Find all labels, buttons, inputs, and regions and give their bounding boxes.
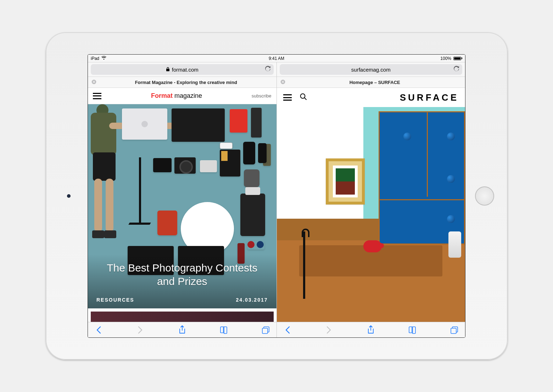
ipad-device-frame: iPad 9:41 AM 100%	[46, 32, 508, 360]
hero-article[interactable]: The Best Photography Contests and Prizes…	[88, 104, 276, 308]
hero-date: 24.03.2017	[236, 297, 268, 303]
tab-title[interactable]: Homepage – SURFACE	[288, 80, 462, 85]
page-content-left[interactable]: Format magazine subscribe	[88, 88, 276, 322]
battery-icon	[453, 57, 462, 60]
forward-icon	[324, 326, 334, 334]
hamburger-icon[interactable]	[283, 94, 292, 101]
front-camera	[67, 194, 71, 198]
address-bar-row: format.com	[88, 62, 276, 77]
brand-word: Format	[151, 92, 173, 99]
device-label: iPad	[91, 56, 99, 61]
tab-bar: Homepage – SURFACE	[277, 77, 465, 88]
page-content-right[interactable]: SURFACE	[277, 88, 465, 322]
status-bar: iPad 9:41 AM 100%	[88, 55, 465, 62]
url-text: format.com	[172, 67, 199, 73]
hero-category: RESOURCES	[96, 297, 134, 303]
close-tab-icon[interactable]	[91, 79, 96, 85]
tabs-icon[interactable]	[261, 326, 271, 334]
bookmarks-icon[interactable]	[219, 326, 229, 334]
tabs-icon[interactable]	[449, 326, 459, 334]
bookmarks-icon[interactable]	[408, 326, 418, 334]
wifi-icon	[101, 56, 106, 61]
back-icon[interactable]	[283, 326, 292, 334]
screen: iPad 9:41 AM 100%	[88, 54, 465, 338]
site-title: Format magazine	[101, 92, 252, 100]
hero-image	[277, 107, 465, 322]
forward-icon	[135, 326, 145, 334]
tab-bar: Format Magazine - Exploring the creative…	[88, 77, 276, 88]
svg-rect-2	[262, 328, 268, 334]
address-bar[interactable]: format.com	[91, 64, 274, 75]
left-pane: format.com Format Magazine - Exploring t…	[88, 62, 276, 337]
next-article-peek[interactable]	[88, 308, 276, 322]
battery-percent: 100%	[440, 56, 451, 61]
share-icon[interactable]	[366, 325, 376, 335]
reload-icon[interactable]	[265, 66, 271, 73]
home-button[interactable]	[475, 186, 494, 206]
bottom-toolbar	[277, 322, 465, 337]
surface-logo[interactable]: SURFACE	[400, 92, 459, 103]
url-text: surfacemag.com	[351, 67, 391, 73]
subscribe-link[interactable]: subscribe	[252, 93, 272, 99]
share-icon[interactable]	[177, 325, 187, 335]
tab-title[interactable]: Format Magazine - Exploring the creative…	[99, 80, 273, 85]
reload-icon[interactable]	[453, 66, 459, 73]
safari-split-view: format.com Format Magazine - Exploring t…	[88, 62, 465, 337]
site-header-surface: SURFACE	[277, 88, 465, 107]
title-rest: magazine	[174, 92, 202, 99]
bottom-toolbar	[88, 322, 276, 337]
right-pane: surfacemag.com Homepage – SURFACE	[276, 62, 465, 337]
address-bar[interactable]: surfacemag.com	[280, 64, 463, 75]
back-icon[interactable]	[94, 326, 104, 334]
hero-headline: The Best Photography Contests and Prizes	[96, 261, 268, 288]
hamburger-icon[interactable]	[93, 93, 101, 99]
close-tab-icon[interactable]	[280, 79, 285, 85]
search-icon[interactable]	[300, 93, 307, 102]
hero-overlay: The Best Photography Contests and Prizes…	[88, 254, 276, 308]
clock: 9:41 AM	[269, 56, 284, 61]
site-header-format: Format magazine subscribe	[88, 88, 276, 104]
svg-rect-6	[451, 328, 456, 334]
lock-icon	[166, 67, 170, 73]
address-bar-row: surfacemag.com	[277, 62, 465, 77]
hero-person	[88, 104, 121, 253]
